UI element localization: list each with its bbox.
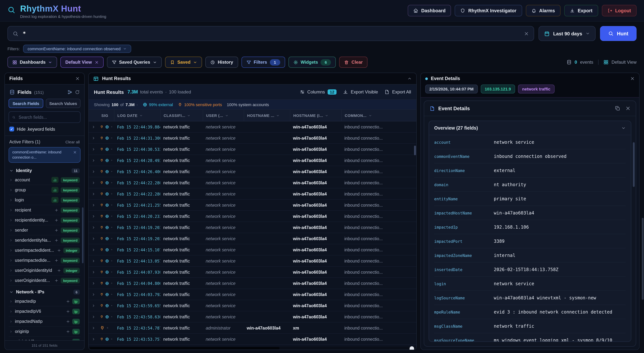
- table-row[interactable]: Feb 15 22:44:03.792network trafficnetwor…: [89, 289, 416, 300]
- sort-icon[interactable]: [225, 114, 228, 117]
- clear-all-link[interactable]: Clear all: [66, 140, 80, 144]
- query-search-box[interactable]: [8, 26, 534, 41]
- table-row[interactable]: Feb 15 22:44:19.203network trafficnetwor…: [89, 233, 416, 244]
- table-row[interactable]: Feb 15 22:44:13.057network trafficnetwor…: [89, 255, 416, 267]
- table-row[interactable]: Feb 15 22:43:58.630network trafficnetwor…: [89, 311, 416, 323]
- field-item-impactednatip[interactable]: impactedNatIpip: [8, 317, 80, 327]
- nav-dashboard[interactable]: Dashboard: [408, 5, 451, 16]
- table-row[interactable]: Feb 15 22:44:15.107network trafficnetwor…: [89, 244, 416, 255]
- field-item-useroriginidentityid[interactable]: userOriginIdentityIdinteger: [8, 266, 80, 276]
- expand-row-button[interactable]: [89, 136, 98, 140]
- toolbar-clear[interactable]: Clear: [339, 57, 368, 68]
- add-field-icon[interactable]: [54, 258, 59, 262]
- field-item-senderidentityna[interactable]: senderIdentityNa...keyword: [8, 235, 80, 245]
- chart-action-button[interactable]: [52, 197, 59, 203]
- sort-icon[interactable]: [187, 114, 191, 117]
- column-header-sig[interactable]: SIG: [98, 110, 114, 121]
- close-icon[interactable]: [75, 76, 80, 81]
- hunt-button[interactable]: Hunt: [600, 26, 637, 41]
- chart-action-button[interactable]: [52, 187, 59, 193]
- query-input[interactable]: [22, 30, 520, 37]
- nav-export[interactable]: Export: [564, 5, 598, 16]
- field-item-group[interactable]: groupkeyword: [8, 185, 80, 195]
- add-field-icon[interactable]: [66, 319, 70, 324]
- active-filter-chip[interactable]: commonEventName: inbound connection o...: [8, 147, 80, 163]
- hide-keyword-checkbox[interactable]: ✓: [9, 127, 14, 131]
- column-header-common[interactable]: COMMON...: [342, 110, 416, 121]
- add-field-icon[interactable]: [54, 238, 59, 242]
- table-row[interactable]: Feb 15 22:44:39.884network trafficnetwor…: [89, 121, 416, 133]
- time-range-dropdown[interactable]: Last 90 days: [538, 26, 596, 41]
- hierarchy-icon[interactable]: [68, 90, 72, 95]
- tab-search-fields[interactable]: Search Fields: [8, 99, 43, 108]
- expand-row-button[interactable]: [89, 293, 98, 296]
- expand-row-button[interactable]: [89, 315, 98, 319]
- copy-icon[interactable]: [615, 106, 620, 111]
- table-row[interactable]: Feb 15 22:43:53.757network trafficnetwor…: [89, 334, 416, 345]
- column-header-classifi[interactable]: CLASSIFI...: [160, 110, 203, 121]
- sort-icon[interactable]: [276, 114, 280, 117]
- add-field-icon[interactable]: [66, 329, 70, 334]
- toolbar-filters[interactable]: Filters1: [241, 57, 285, 68]
- field-item-login[interactable]: loginkeyword: [8, 195, 80, 205]
- expand-row-button[interactable]: [89, 158, 98, 162]
- expand-row-button[interactable]: [89, 248, 98, 252]
- field-item-userimpactedide[interactable]: userImpactedIde...keyword: [8, 255, 80, 266]
- add-field-icon[interactable]: [57, 248, 61, 252]
- nav-logout[interactable]: Logout: [602, 5, 636, 16]
- add-field-icon[interactable]: [54, 208, 59, 212]
- tab-search-values[interactable]: Search Values: [46, 99, 80, 108]
- expand-row-button[interactable]: [89, 326, 98, 330]
- field-section-network-ips[interactable]: Network - IPs6: [9, 289, 80, 295]
- expand-row-button[interactable]: [89, 337, 98, 341]
- table-row[interactable]: Feb 15 22:44:04.806network trafficnetwor…: [89, 278, 416, 289]
- toolbar-default-view[interactable]: Default View: [60, 57, 104, 68]
- column-header-user[interactable]: USER (...: [203, 110, 244, 121]
- toolbar-history[interactable]: History: [206, 57, 238, 68]
- nav-alarms[interactable]: Alarms: [526, 5, 560, 16]
- table-row[interactable]: Feb 15 22:44:31.300network trafficnetwor…: [89, 133, 416, 144]
- nav-rhythmx-investigator[interactable]: RhythmX Investigator: [455, 5, 522, 16]
- add-field-icon[interactable]: [66, 299, 70, 303]
- add-field-icon[interactable]: [66, 309, 70, 313]
- expand-row-button[interactable]: [89, 304, 98, 307]
- toolbar-widgets[interactable]: Widgets6: [288, 57, 336, 68]
- add-field-icon[interactable]: [54, 228, 59, 232]
- add-field-icon[interactable]: [57, 268, 61, 272]
- table-row[interactable]: Feb 15 22:44:07.930network trafficnetwor…: [89, 267, 416, 278]
- expand-row-button[interactable]: [89, 147, 98, 151]
- toolbar-saved-queries[interactable]: Saved Queries: [107, 57, 162, 68]
- expand-row-button[interactable]: [89, 170, 98, 173]
- sidebar-scrollbar[interactable]: [82, 207, 84, 263]
- table-vertical-scrollbar[interactable]: [414, 146, 416, 155]
- collapse-panel-icon[interactable]: [407, 76, 412, 81]
- table-row[interactable]: Feb 15 22:44:20.233network trafficnetwor…: [89, 211, 416, 222]
- add-field-icon[interactable]: [54, 218, 59, 222]
- close-icon[interactable]: [94, 60, 98, 64]
- table-row[interactable]: Feb 15 22:44:22.280network trafficnetwor…: [89, 188, 416, 200]
- expand-row-button[interactable]: [89, 281, 98, 285]
- sort-icon[interactable]: [140, 114, 143, 117]
- field-item-impactedip[interactable]: impactedIpip: [8, 296, 80, 307]
- column-header-hostname-i[interactable]: HOSTNAME (I...: [290, 110, 342, 121]
- expand-row-button[interactable]: [89, 192, 98, 196]
- table-row[interactable]: Feb 15 22:44:21.255network trafficnetwor…: [89, 200, 416, 211]
- add-field-icon[interactable]: [54, 278, 59, 283]
- table-row[interactable]: Feb 15 22:44:28.493network trafficnetwor…: [89, 155, 416, 166]
- field-item-originipv6[interactable]: originIpV6ip: [8, 337, 80, 340]
- sort-icon[interactable]: [368, 114, 372, 117]
- close-icon[interactable]: [625, 106, 630, 111]
- chart-action-button[interactable]: [52, 177, 59, 183]
- scrollbar-nub[interactable]: [410, 346, 414, 350]
- field-item-impactedipv6[interactable]: impactedIpV6ip: [8, 307, 80, 317]
- table-row[interactable]: Feb 15 22:44:22.280network trafficnetwor…: [89, 177, 416, 188]
- export-all-button[interactable]: Export All: [384, 89, 411, 95]
- filter-chip[interactable]: commonEventName: inbound connection obse…: [23, 45, 131, 53]
- sort-icon[interactable]: [325, 114, 328, 117]
- columns-button[interactable]: Columns 12: [300, 89, 336, 95]
- field-item-originip[interactable]: originIpip: [8, 327, 80, 337]
- expand-row-button[interactable]: [89, 226, 98, 229]
- scrollbar-thumb[interactable]: [90, 347, 280, 349]
- clear-query-icon[interactable]: [524, 31, 529, 36]
- column-header-hostname[interactable]: HOSTNAME ...: [244, 110, 290, 121]
